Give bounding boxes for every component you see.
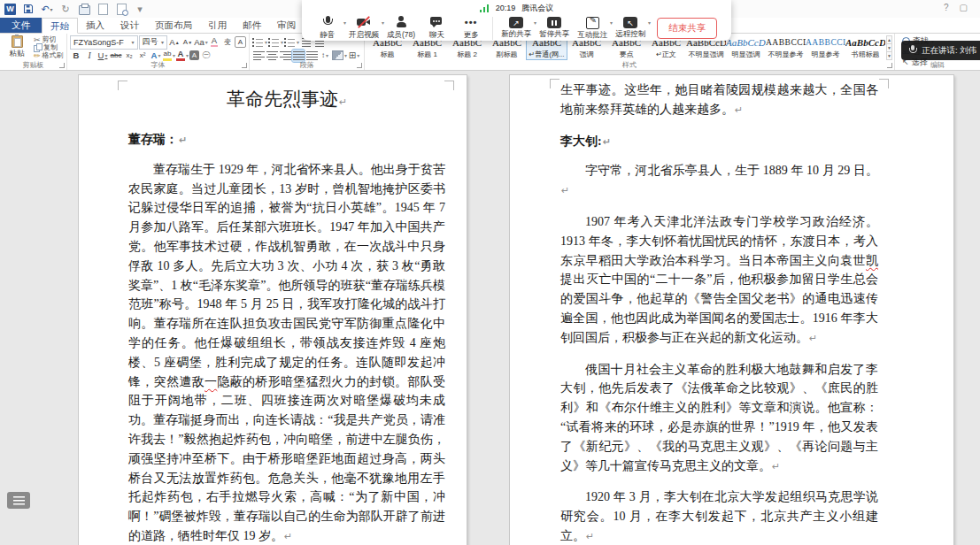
paragraph[interactable]: 俄国十月社会主义革命的胜利极大地鼓舞和启发了李大钊，他先后发表了《法俄革命之比较… [560,360,878,477]
new-document-icon[interactable] [96,3,109,15]
bullets-button[interactable]: ▾ [252,36,267,49]
remote-control-button[interactable]: ↖▾远程控制 [615,15,645,40]
camera-off-button[interactable]: ▾开启视频 [349,15,379,41]
superscript-button[interactable]: x² [136,50,149,62]
ribbon-tab-6[interactable]: 邮件 [235,18,269,33]
paragraph[interactable]: 字守常，河北省乐亭县人，生于 1889 年 10 月 29 日。↵ [560,161,878,201]
font-dialog-launcher[interactable] [242,63,247,68]
heading-text: 李大钊: [560,134,602,148]
style-label: 标题 [367,50,407,59]
text-effects-button[interactable]: A▾ [150,50,162,62]
align-center-button[interactable] [266,50,278,62]
align-right-button[interactable] [279,50,291,62]
paragraph-dialog-launcher[interactable] [357,63,362,68]
align-center-icon [266,50,278,60]
style-gallery-item-11[interactable]: AABBCCI明显参考 [806,35,845,59]
help-icon[interactable]: ? [944,3,949,12]
paragraph[interactable]: 生平事迹。这些年，她目睹着陵园规模越来越大，全国各地前来祭拜英雄的人越来越多。↵ [560,81,878,120]
gallery-more-icon[interactable]: ▼ [886,51,892,60]
ribbon-tab-2[interactable]: 插入 [78,18,112,33]
dropdown-caret-icon[interactable]: ▾ [382,19,384,26]
members-button[interactable]: 成员(78) [387,15,415,41]
font-size-combo[interactable]: 四号▾ [139,35,167,50]
save-icon[interactable] [22,3,35,15]
spellcheck-red-underline: 一 [204,375,217,388]
enclose-characters-button[interactable]: ㊀ [200,50,212,62]
annotation-button[interactable]: ▾互动批注 [577,15,607,41]
print-preview-icon[interactable] [115,3,127,15]
style-gallery-item-9[interactable]: AaBbCcD.明显强调 [726,35,766,59]
quick-print-icon[interactable] [78,3,90,15]
customize-toolbar-icon[interactable]: ▾ [134,3,146,15]
more-icon: ••• [464,15,478,29]
annotation-panel-toggle[interactable] [7,492,30,509]
meeting-button-label: 成员(78) [387,30,415,41]
underline-button[interactable]: U▾ [96,50,109,62]
mic-button[interactable]: ▾静音 [314,15,341,41]
redo-icon[interactable]: ↻ [59,3,72,15]
ribbon-tab-7[interactable]: 审阅 [269,18,304,33]
chat-button[interactable]: 聊天 [423,15,450,41]
paste-button[interactable]: 粘贴 [3,35,31,59]
end-share-button[interactable]: 结束共享 [657,18,717,39]
dropdown-caret-icon[interactable]: ▾ [534,19,536,26]
format-painter-button[interactable]: ✏格式刷 [34,51,64,59]
strikethrough-button[interactable]: abc [110,50,122,62]
multilevel-list-button[interactable]: ▾ [284,36,299,49]
bullets-icon [252,37,264,47]
section-heading[interactable]: 董存瑞：↵ [128,130,445,150]
paragraph-mark: ↵ [808,333,817,344]
paragraph[interactable]: 董存瑞生于 1929 年，河北省怀来县人。他出身于贫苦农民家庭。当过儿童团长，1… [128,160,445,545]
line-spacing-button[interactable]: ↕▾ [319,50,331,62]
section-heading[interactable]: 李大钊:↵ [560,132,878,152]
ribbon-display-options-icon[interactable]: ▢ [960,3,968,12]
character-border-button[interactable]: A [235,36,246,48]
justify-button[interactable] [292,50,305,62]
phonetic-guide-button[interactable]: 变 [221,36,234,49]
ribbon-tab-5[interactable]: 引用 [200,18,235,33]
document-page-left[interactable]: 革命先烈事迹↵ 董存瑞：↵董存瑞生于 1929 年，河北省怀来县人。他出身于贫苦… [78,74,467,545]
character-shading-button[interactable]: A [189,50,199,60]
clear-formatting-button[interactable]: A [208,36,220,49]
meeting-button-label: 互动批注 [577,30,607,41]
ribbon-tab-4[interactable]: 页面布局 [147,18,200,33]
undo-caret-icon[interactable]: ▾ [50,6,53,12]
meeting-buttons: ▾静音▾开启视频成员(78)聊天•••更多↗▾新的共享暂停共享▾互动批注↖▾远程… [302,13,731,41]
style-gallery-item-10[interactable]: AABBCCD不明显参考 [766,35,806,59]
ribbon-tab-3[interactable]: 设计 [112,18,147,33]
new-share-button[interactable]: ↗▾新的共享 [501,15,531,40]
document-title[interactable]: 革命先烈事迹↵ [128,86,445,116]
styles-dialog-launcher[interactable] [887,63,892,68]
dropdown-caret-icon[interactable]: ▾ [648,19,651,26]
grow-font-button[interactable]: A▲ [168,36,181,49]
bold-button[interactable]: B [70,50,82,62]
paragraph[interactable]: 1907 年考入天津北洋法政专门学校学习政治经济。1913 年冬，李大钊怀着忧国… [560,212,878,349]
italic-button[interactable]: I [83,50,96,62]
meeting-button-label: 聊天 [429,30,444,41]
dropdown-caret-icon[interactable]: ▾ [343,19,346,26]
highlight-color-button[interactable]: ab▾ [163,50,175,62]
paragraph[interactable]: 1920 年 3 月，李大钊在北京大学发起组织马克思学说研究会。10 月，在李大… [560,487,878,545]
undo-icon[interactable]: ↶▾ [41,3,53,15]
document-page-right[interactable]: 生平事迹。这些年，她目睹着陵园规模越来越大，全国各地前来祭拜英雄的人越来越多。↵… [509,74,954,545]
distribute-button[interactable] [305,50,318,62]
ribbon-tab-1[interactable]: 开始 [42,18,78,34]
dropdown-caret-icon[interactable]: ▾ [610,19,613,26]
new-share-icon: ↗ [509,17,523,28]
font-family-combo[interactable]: FZYaSongS-F▾ [70,35,138,50]
ribbon-tab-file[interactable]: 文件 [0,18,42,33]
shading-button[interactable]: ▾ [332,50,347,62]
clipboard-dialog-launcher[interactable] [59,63,65,68]
style-gallery-item-12[interactable]: AaBbCcD.书籍标题 [845,35,885,59]
subscript-button[interactable]: x₂ [123,50,135,62]
align-left-button[interactable] [252,50,265,62]
shrink-font-button[interactable]: A▼ [181,36,194,49]
change-case-button[interactable]: Aa▾ [195,36,207,49]
numbering-button[interactable]: ▾ [268,36,283,49]
borders-button[interactable]: ⊞▾ [348,50,360,62]
more-button[interactable]: •••更多 [458,15,484,41]
font-color-button[interactable]: A▾ [176,50,189,62]
pause-share-button[interactable]: 暂停共享 [539,15,569,40]
font-group: FZYaSongS-F▾ 四号▾ A▲ A▼ Aa▾ A 变 A B I U▾ … [67,34,250,70]
clipboard-group-label: 剪贴板 [0,61,66,69]
